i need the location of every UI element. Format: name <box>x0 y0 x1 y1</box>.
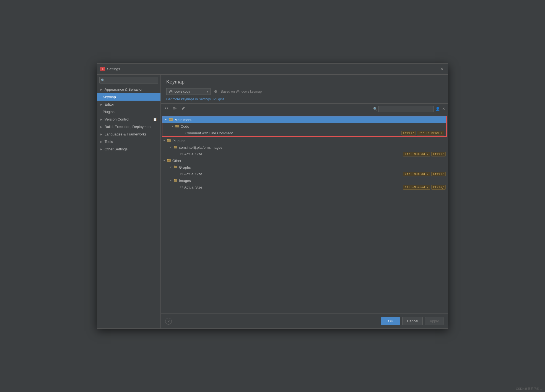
tree-search-person-button[interactable]: 👤 <box>435 106 440 111</box>
title-bar-left: Settings <box>100 67 120 71</box>
expand-all-button[interactable] <box>163 105 170 112</box>
tree-search-area: 🔍 👤 ✕ <box>373 106 446 112</box>
keymap-description: Based on Windows keymap <box>221 90 262 93</box>
tree-item-label: Plug-ins <box>172 139 446 143</box>
tree-item-label: Other <box>172 159 446 163</box>
get-more-keymaps-link[interactable]: Get more keymaps in Settings | Plugins <box>166 97 224 101</box>
folder-icon <box>169 117 173 122</box>
sidebar-item-label: Other Settings <box>105 147 128 151</box>
svg-rect-18 <box>167 139 168 140</box>
folder-icon <box>174 145 178 150</box>
collapse-all-button[interactable] <box>171 105 178 112</box>
tree-row-com-intellij[interactable]: ▼ com.intellij.platform.images <box>161 144 448 151</box>
sidebar-item-other-settings[interactable]: ▶ Other Settings <box>97 145 160 153</box>
arrow-icon: ▶ <box>100 133 102 136</box>
svg-rect-23 <box>168 160 169 161</box>
shortcut-badges: Ctrl+NumPad / Ctrl+/ <box>403 185 446 190</box>
bottom-bar: ? OK Cancel Apply <box>161 313 448 328</box>
edit-button[interactable] <box>180 105 187 112</box>
toggle-icon: 1:1 <box>180 153 183 156</box>
keymap-row: Windows copy Windows Mac OS X Default ▼ … <box>166 88 442 95</box>
folder-icon <box>175 124 179 129</box>
bottom-right-buttons: OK Cancel Apply <box>381 317 443 325</box>
panel-header: Keymap Windows copy Windows Mac OS X Def… <box>161 75 448 104</box>
tree-container: ▼ Main menu <box>161 114 448 313</box>
tree-item-label: Main menu <box>175 118 444 122</box>
svg-point-1 <box>102 68 103 70</box>
sidebar-item-label: Build, Execution, Deployment <box>105 125 152 129</box>
tree-row-actual-size-2[interactable]: 1:1 Actual Size Ctrl+NumPad / Ctrl+/ <box>161 171 448 177</box>
tree-row-code[interactable]: ▼ Code <box>162 123 446 130</box>
sidebar-item-tools[interactable]: ▶ Tools <box>97 138 160 145</box>
tree-row-images[interactable]: ▼ Images <box>161 177 448 184</box>
svg-rect-6 <box>167 108 168 108</box>
tree-row-actual-size-1[interactable]: 1:1 Actual Size Ctrl+NumPad / Ctrl+/ <box>161 151 448 157</box>
keymap-select[interactable]: Windows copy Windows Mac OS X Default <box>166 88 211 95</box>
svg-rect-10 <box>173 109 175 109</box>
tree-item-label: Actual Size <box>184 152 403 156</box>
toggle-icon: 1:1 <box>180 186 183 189</box>
tree-row-main-menu[interactable]: ▼ Main menu <box>162 116 446 123</box>
app-icon <box>100 67 105 71</box>
sidebar-search-input[interactable] <box>99 77 158 83</box>
tree-item-label: Code <box>181 124 444 129</box>
settings-dialog: Settings ✕ 🔍 ▶ Appearance & Behavior Key… <box>97 63 448 329</box>
vcs-icon: 📋 <box>153 117 157 121</box>
tree-search-input[interactable] <box>378 106 434 112</box>
shortcut-badges: Ctrl+NumPad / Ctrl+/ <box>403 152 446 156</box>
tree-row-comment-line[interactable]: Comment with Line Comment Ctrl+/ Ctrl+Nu… <box>162 130 446 136</box>
title-bar: Settings ✕ <box>97 64 448 75</box>
sidebar-item-build[interactable]: ▶ Build, Execution, Deployment <box>97 123 160 130</box>
cancel-button[interactable]: Cancel <box>402 317 423 325</box>
shortcut-badge-2: Ctrl+/ <box>431 172 446 176</box>
panel-title: Keymap <box>166 79 442 85</box>
dialog-title: Settings <box>107 67 120 71</box>
toggle-icon: ▼ <box>171 125 175 128</box>
close-button[interactable]: ✕ <box>439 66 445 72</box>
shortcut-badge-2: Ctrl+NumPad / <box>417 131 444 135</box>
arrow-icon: ▶ <box>100 103 102 106</box>
tree-search-clear-button[interactable]: ✕ <box>442 106 446 111</box>
sidebar-item-label: Editor <box>105 102 114 106</box>
ok-button[interactable]: OK <box>381 317 400 325</box>
sidebar-item-label: Tools <box>105 140 113 144</box>
toggle-icon: ▼ <box>163 159 166 162</box>
gear-button[interactable]: ⚙ <box>213 89 219 94</box>
folder-special-icon <box>167 159 171 163</box>
svg-rect-4 <box>165 108 166 109</box>
tree-row-other[interactable]: ▼ Other <box>161 157 448 164</box>
shortcut-badges: Ctrl+/ Ctrl+NumPad / <box>401 131 444 135</box>
sidebar-item-appearance[interactable]: ▶ Appearance & Behavior <box>97 86 160 93</box>
tree-row-plugins[interactable]: ▼ Plug-ins <box>161 137 448 144</box>
arrow-icon: ▶ <box>100 126 102 128</box>
apply-button[interactable]: Apply <box>425 317 443 325</box>
sidebar-item-label: Plugins <box>103 110 115 114</box>
tree-item-label: com.intellij.platform.images <box>179 145 446 150</box>
sidebar-item-keymap[interactable]: Keymap <box>97 93 160 101</box>
sidebar-item-version-control[interactable]: ▶ Version Control 📋 <box>97 116 160 123</box>
svg-rect-28 <box>174 179 175 180</box>
shortcut-badge-1: Ctrl+/ <box>401 131 416 135</box>
svg-rect-8 <box>173 108 177 109</box>
arrow-icon: ▶ <box>100 88 102 91</box>
toggle-icon: 1:1 <box>180 173 183 176</box>
get-more-row: Get more keymaps in Settings | Plugins <box>166 97 442 101</box>
tree-row-actual-size-3[interactable]: 1:1 Actual Size Ctrl+NumPad / Ctrl+/ <box>161 184 448 190</box>
main-content: 🔍 ▶ Appearance & Behavior Keymap ▶ Edito… <box>97 75 448 328</box>
sidebar-item-label: Version Control <box>105 117 129 121</box>
svg-rect-5 <box>167 107 168 107</box>
sidebar-item-plugins[interactable]: Plugins <box>97 108 160 116</box>
svg-rect-2 <box>165 107 166 107</box>
shortcut-badge-2: Ctrl+/ <box>431 185 446 190</box>
help-button[interactable]: ? <box>165 318 172 325</box>
arrow-icon: ▶ <box>100 140 102 143</box>
tree-item-label: Actual Size <box>184 185 403 189</box>
sidebar-item-editor[interactable]: ▶ Editor <box>97 101 160 108</box>
toggle-icon: ▼ <box>170 146 173 149</box>
tree-item-label: Graphs <box>179 165 446 169</box>
tree-toolbar: 🔍 👤 ✕ <box>161 104 448 114</box>
sidebar-item-languages[interactable]: ▶ Languages & Frameworks <box>97 130 160 138</box>
tree-row-graphs[interactable]: ▼ Graphs <box>161 164 448 171</box>
sidebar-item-label: Languages & Frameworks <box>105 132 147 136</box>
toggle-icon: ▼ <box>170 166 173 169</box>
